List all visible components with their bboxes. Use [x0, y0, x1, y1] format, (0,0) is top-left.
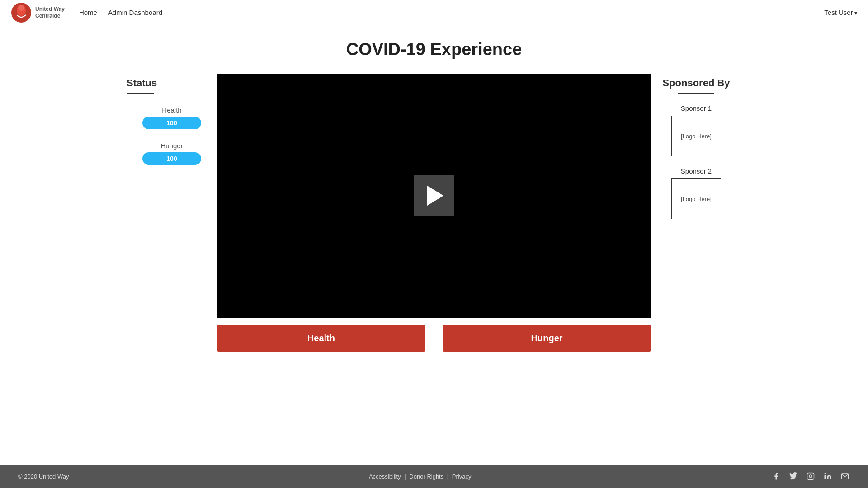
sponsor2-label: Sponsor 2 [651, 167, 741, 175]
video-container [217, 74, 651, 318]
footer-link-accessibility[interactable]: Accessibility [369, 473, 401, 480]
status-hunger-label: Hunger [127, 142, 217, 150]
content-row: Status Health 100 Hunger 100 [72, 74, 796, 352]
main-nav: Home Admin Dashboard [79, 9, 162, 16]
sponsored-divider [678, 93, 714, 94]
sponsor1-label: Sponsor 1 [651, 104, 741, 112]
status-health-value: 100 [166, 119, 177, 127]
hunger-button[interactable]: Hunger [443, 325, 651, 352]
footer-links: Accessibility | Donor Rights | Privacy [367, 473, 473, 480]
sponsor1-logo: [Logo Here] [671, 116, 721, 156]
status-health: Health 100 [127, 106, 217, 129]
footer-link-donor-rights[interactable]: Donor Rights [409, 473, 443, 480]
footer-copyright: © 2020 United Way [18, 473, 69, 480]
logo-icon [11, 2, 32, 23]
nav-home[interactable]: Home [79, 9, 97, 16]
status-hunger-bar: 100 [142, 152, 201, 165]
facebook-icon[interactable] [771, 471, 781, 481]
status-panel: Status Health 100 Hunger 100 [127, 74, 217, 178]
svg-rect-3 [807, 473, 814, 480]
nav-admin-dashboard[interactable]: Admin Dashboard [108, 9, 162, 16]
main-content: COVID-19 Experience Status Health 100 Hu… [0, 25, 868, 465]
twitter-icon[interactable] [788, 471, 798, 481]
status-hunger-value: 100 [166, 155, 177, 162]
mail-icon[interactable] [840, 471, 850, 481]
sponsored-title: Sponsored By [651, 77, 741, 89]
health-button[interactable]: Health [217, 325, 425, 352]
footer: © 2020 United Way Accessibility | Donor … [0, 465, 868, 488]
sponsor2-logo: [Logo Here] [671, 178, 721, 219]
status-divider [127, 93, 154, 94]
svg-point-5 [824, 473, 826, 474]
header: United Way Centraide Home Admin Dashboar… [0, 0, 868, 25]
footer-sep2: | [447, 473, 450, 480]
svg-point-2 [18, 5, 24, 11]
status-title: Status [127, 77, 217, 89]
user-menu[interactable]: Test User [824, 9, 857, 16]
choice-buttons: Health Hunger [217, 325, 651, 352]
status-health-bar: 100 [142, 117, 201, 129]
footer-sep1: | [404, 473, 407, 480]
status-health-label: Health [127, 106, 217, 114]
linkedin-icon[interactable] [823, 471, 833, 481]
status-hunger: Hunger 100 [127, 142, 217, 165]
logo: United Way Centraide [11, 2, 65, 23]
logo-text: United Way Centraide [35, 6, 65, 19]
instagram-icon[interactable] [806, 471, 816, 481]
footer-link-privacy[interactable]: Privacy [452, 473, 472, 480]
play-button[interactable] [414, 175, 454, 216]
page-title: COVID-19 Experience [346, 40, 522, 59]
video-area: Health Hunger [217, 74, 651, 352]
play-icon [427, 186, 443, 206]
header-left: United Way Centraide Home Admin Dashboar… [11, 2, 162, 23]
sponsored-panel: Sponsored By Sponsor 1 [Logo Here] Spons… [651, 74, 741, 230]
footer-social-icons [771, 471, 850, 481]
